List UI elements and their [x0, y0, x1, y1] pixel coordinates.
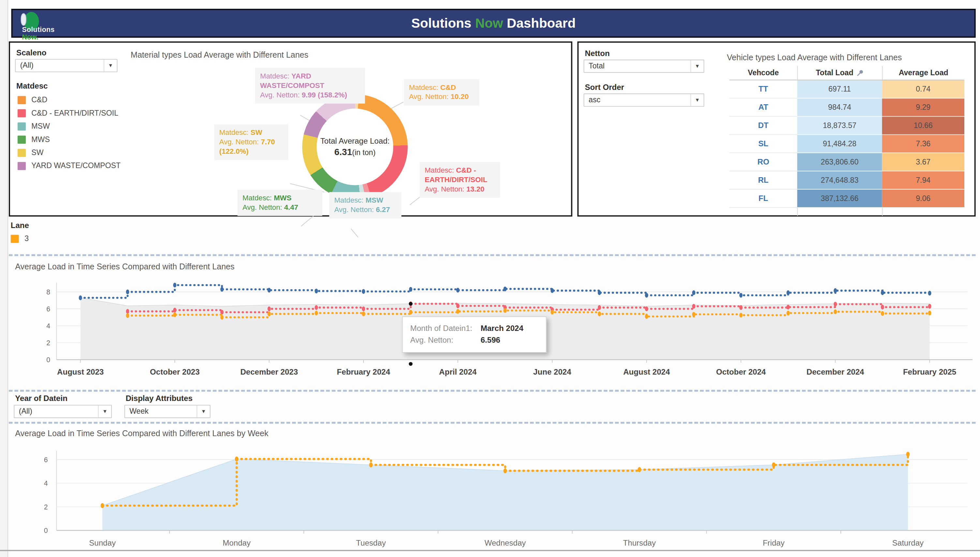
column-header-vehcode[interactable]: Vehcode	[729, 66, 797, 80]
table-row: SL91,484.287.36	[729, 135, 964, 153]
table-cell-vehcode[interactable]: TT	[729, 80, 797, 99]
table-cell-total-load[interactable]: 387,132.66	[797, 190, 882, 208]
annotation-value: 9.99 (158.2%)	[302, 91, 347, 98]
x-axis-label: Friday	[763, 538, 785, 547]
table-cell-vehcode[interactable]: RO	[729, 153, 797, 171]
annotation-msw: Matdesc: MSW Avg. Netton: 6.27	[329, 192, 402, 218]
table-cell-average-load[interactable]: 3.67	[882, 153, 964, 171]
netton-dropdown[interactable]: Total ▼	[583, 60, 704, 73]
table-cell-total-load[interactable]: 263,806.60	[797, 153, 882, 171]
annotation-label: Matdesc:	[243, 194, 274, 201]
table-cell-average-load[interactable]: 10.66	[882, 117, 964, 135]
matdesc-legend-title: Matdesc	[16, 82, 47, 91]
donut-center-number: 6.31	[335, 147, 352, 157]
table-cell-average-load[interactable]: 7.94	[882, 171, 964, 190]
year-of-datein-dropdown[interactable]: (All) ▼	[14, 405, 112, 418]
x-axis-label: October 2024	[716, 367, 766, 376]
table-cell-total-load[interactable]: 18,873.57	[797, 117, 882, 135]
netton-dropdown-value: Total	[584, 60, 691, 72]
legend-swatch	[18, 96, 26, 104]
lane-legend-label: 3	[24, 234, 29, 243]
weekly-chart-title: Average Load in Time Series Compared wit…	[15, 429, 268, 438]
display-attributes-dropdown[interactable]: Week ▼	[124, 405, 211, 418]
donut-chart-title: Material types Load Average with Differe…	[131, 50, 309, 60]
material-panel: Scaleno (All) ▼ Matdesc C&D C&D - EARTH/…	[9, 41, 572, 217]
x-axis-label: February 2025	[903, 367, 956, 376]
legend-item-cd[interactable]: C&D	[18, 95, 121, 104]
title-part-2: Dashboard	[506, 16, 575, 31]
logo-text-2: Now.	[22, 33, 38, 41]
chevron-down-icon[interactable]: ▼	[98, 406, 111, 418]
chevron-down-icon[interactable]: ▼	[691, 60, 704, 72]
table-cell-vehcode[interactable]: RL	[729, 171, 797, 190]
annotation-yard-waste: Matdesc: YARD WASTE/COMPOST Avg. Netton:…	[255, 68, 365, 104]
annotation-name: C&D	[441, 83, 456, 91]
scaleno-dropdown[interactable]: (All) ▼	[15, 59, 118, 72]
lane-legend-item[interactable]: 3	[11, 234, 29, 243]
table-cell-average-load[interactable]: 9.29	[882, 99, 964, 117]
monthly-chart-title: Average Load in Time Series Compared wit…	[15, 262, 234, 271]
table-row: AT984.749.29	[729, 99, 964, 117]
legend-item-yard[interactable]: YARD WASTE/COMPOST	[18, 161, 121, 170]
vehicle-panel: Netton Total ▼ Sort Order asc ▼ Vehicle …	[577, 41, 976, 217]
legend-item-label: C&D - EARTH/DIRT/SOIL	[31, 109, 118, 117]
scaleno-dropdown-value: (All)	[16, 60, 104, 72]
column-header-average-load[interactable]: Average Load	[882, 66, 964, 80]
table-cell-total-load[interactable]: 274,648.83	[797, 171, 882, 190]
legend-item-msw[interactable]: MSW	[18, 122, 121, 130]
sort-order-dropdown-value: asc	[584, 94, 691, 106]
table-row: RL274,648.837.94	[729, 171, 964, 190]
table-row: RO263,806.603.67	[729, 153, 964, 171]
weekly-area-chart[interactable]: 0246SundayMondayTuesdayWednesdayThursday…	[9, 440, 976, 549]
table-cell-vehcode[interactable]: DT	[729, 117, 797, 135]
table-cell-vehcode[interactable]: SL	[729, 135, 797, 153]
annotation-value: 4.47	[284, 203, 298, 211]
legend-item-mws[interactable]: MWS	[18, 135, 121, 143]
table-cell-vehcode[interactable]: AT	[729, 99, 797, 117]
chevron-down-icon[interactable]: ▼	[691, 94, 704, 106]
y-tick-label: 2	[44, 503, 48, 511]
table-cell-total-load[interactable]: 91,484.28	[797, 135, 882, 153]
column-header-total-load[interactable]: Total Load	[797, 66, 882, 80]
x-axis-label: August 2024	[623, 367, 670, 376]
monthly-line-chart[interactable]: Month of Datein1: March 2024 Avg. Netton…	[9, 274, 976, 381]
table-cell-total-load[interactable]: 697.11	[797, 80, 882, 99]
page-title: Solutions Now Dashboard	[13, 10, 975, 36]
legend-item-cd-earth[interactable]: C&D - EARTH/DIRT/SOIL	[18, 109, 121, 117]
table-cell-average-load[interactable]: 9.06	[882, 190, 964, 208]
table-cell-average-load[interactable]: 0.74	[882, 80, 964, 99]
table-row: TT697.110.74	[729, 80, 964, 99]
material-donut-chart[interactable]: Total Average Load: 6.31(in ton)	[302, 94, 408, 200]
legend-swatch	[18, 148, 26, 157]
table-empty-row	[729, 208, 964, 216]
legend-swatch	[18, 161, 26, 170]
chevron-down-icon[interactable]: ▼	[104, 60, 117, 72]
annotation-cd: Matdesc: C&D Avg. Netton: 10.20	[404, 79, 479, 106]
legend-swatch	[18, 135, 26, 143]
tooltip-value: March 2024	[480, 322, 523, 334]
annotation-name: SW	[251, 129, 263, 136]
donut-center-unit: (in ton)	[352, 148, 376, 157]
sort-order-label: Sort Order	[585, 83, 624, 91]
legend-item-sw[interactable]: SW	[18, 148, 121, 157]
pin-icon	[856, 69, 864, 77]
page-gutter	[0, 0, 8, 557]
table-cell-average-load[interactable]: 7.36	[882, 135, 964, 153]
chevron-down-icon[interactable]: ▼	[197, 406, 210, 418]
annotation-sw: Matdesc: SW Avg. Netton: 7.70 (122.0%)	[214, 124, 288, 160]
tooltip-value: 6.596	[480, 334, 500, 347]
annotation-name: MWS	[274, 194, 291, 201]
sort-order-dropdown[interactable]: asc ▼	[583, 93, 704, 106]
display-attributes-dropdown-value: Week	[125, 406, 197, 418]
leader-line	[351, 228, 359, 238]
chart-tooltip: Month of Datein1: March 2024 Avg. Netton…	[402, 316, 546, 353]
donut-center: Total Average Load: 6.31(in ton)	[317, 109, 393, 185]
vehicle-table-title: Vehicle types Load Average with Differen…	[727, 53, 902, 62]
annotation-cd-earth: Matdesc: C&D - EARTH/DIRT/SOIL Avg. Nett…	[420, 162, 500, 198]
donut-center-value: 6.31(in ton)	[335, 147, 376, 157]
table-cell-total-load[interactable]: 984.74	[797, 99, 882, 117]
table-cell-vehcode[interactable]: FL	[729, 190, 797, 208]
x-axis-label: December 2023	[240, 367, 298, 376]
matdesc-legend: C&D C&D - EARTH/DIRT/SOIL MSW MWS SW YAR…	[18, 95, 121, 174]
x-axis-label: June 2024	[533, 367, 572, 376]
